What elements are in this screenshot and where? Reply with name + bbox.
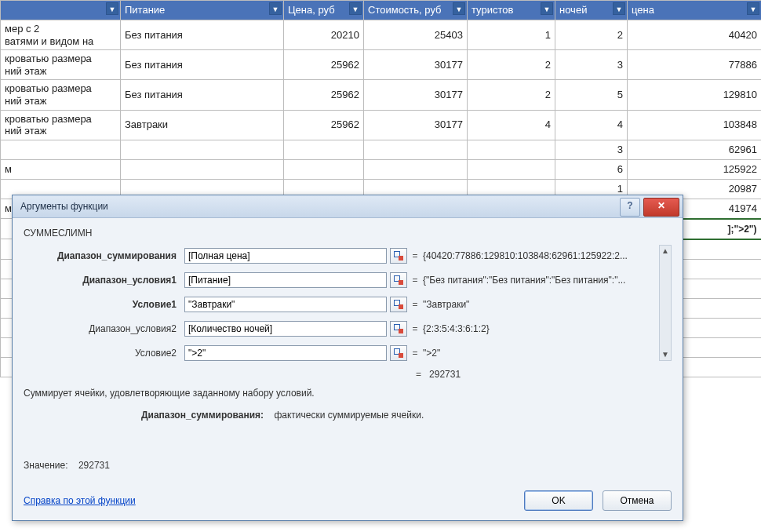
arg-label: Диапазон_суммирования	[24, 250, 184, 261]
range-select-button[interactable]	[390, 321, 407, 337]
cell[interactable]	[364, 140, 468, 159]
arg-result: {"Без питания":"Без питания":"Без питани…	[423, 275, 672, 286]
cell[interactable]: 40420	[628, 20, 762, 50]
cell[interactable]	[1, 140, 121, 159]
close-button[interactable]: ✕	[643, 198, 679, 217]
cell[interactable]: Завтраки	[121, 110, 284, 140]
cell[interactable]: 25962	[284, 50, 364, 80]
arg-input[interactable]	[184, 272, 387, 288]
cell[interactable]: 20210	[284, 20, 364, 50]
filter-dropdown-icon[interactable]: ▼	[349, 2, 362, 15]
range-select-icon	[394, 300, 403, 309]
range-select-button[interactable]	[390, 345, 407, 361]
cell[interactable]: 62961	[628, 140, 762, 159]
arg-row: Диапазон_суммирования={40420:77886:12981…	[24, 245, 672, 267]
filter-dropdown-icon[interactable]: ▼	[747, 2, 759, 15]
cell[interactable]: 30177	[364, 80, 468, 110]
arg-result: ">2"	[423, 348, 672, 359]
cell[interactable]: мер с 2ватями и видом на	[1, 20, 121, 50]
dialog-titlebar[interactable]: Аргументы функции ? ✕	[13, 195, 683, 218]
table-row[interactable]: кроватью размераний этажБез питания25962…	[1, 50, 762, 80]
range-select-icon	[394, 275, 403, 285]
header-col0[interactable]: ▼	[1, 1, 121, 20]
cell[interactable]: 77886	[628, 50, 762, 80]
header-label: ночей	[559, 4, 587, 16]
arg-row: Диапазон_условия2={2:3:5:4:3:6:1:2}	[24, 318, 672, 340]
cell[interactable]	[468, 140, 555, 159]
filter-dropdown-icon[interactable]: ▼	[269, 2, 282, 15]
arg-result: {40420:77886:129810:103848:62961:125922:…	[423, 250, 672, 261]
header-row: ▼ Питание▼ Цена, руб▼ Стоимость, руб▼ ту…	[1, 1, 762, 20]
cell[interactable]: 4	[468, 110, 555, 140]
scroll-up-icon[interactable]: ▲	[661, 246, 669, 257]
cell[interactable]	[121, 159, 284, 179]
cell[interactable]: 1	[468, 20, 555, 50]
cancel-button[interactable]: Отмена	[603, 490, 672, 511]
args-scrollbar[interactable]: ▲ ▼	[659, 245, 672, 361]
table-row[interactable]: 362961	[1, 140, 762, 159]
cell[interactable]: 25962	[284, 80, 364, 110]
value-result: 292731	[78, 460, 110, 471]
cell[interactable]: 4	[555, 110, 628, 140]
cell[interactable]: 5	[555, 80, 628, 110]
header-col5[interactable]: ночей▼	[555, 1, 628, 20]
cell[interactable]	[284, 159, 364, 179]
cell[interactable]: 2	[555, 20, 628, 50]
filter-dropdown-icon[interactable]: ▼	[613, 2, 625, 15]
filter-dropdown-icon[interactable]: ▼	[541, 2, 553, 15]
cell[interactable]: 103848	[628, 110, 762, 140]
cell[interactable]: 125922	[628, 159, 762, 179]
cell[interactable]: 3	[555, 140, 628, 159]
filter-dropdown-icon[interactable]: ▼	[453, 2, 465, 15]
cell[interactable]: Без питания	[121, 20, 284, 50]
arg-input[interactable]	[184, 321, 387, 337]
cell[interactable]: Без питания	[121, 80, 284, 110]
cell[interactable]: Без питания	[121, 50, 284, 80]
table-row[interactable]: м6125922	[1, 159, 762, 179]
table-row[interactable]: мер с 2ватями и видом наБез питания20210…	[1, 20, 762, 50]
cell[interactable]: кроватью размераний этаж	[1, 80, 121, 110]
range-select-button[interactable]	[390, 297, 407, 312]
arg-result: {2:3:5:4:3:6:1:2}	[423, 323, 672, 334]
cell[interactable]: 129810	[628, 80, 762, 110]
cell[interactable]	[284, 140, 364, 159]
help-button[interactable]: ?	[620, 198, 640, 217]
header-label: Питание	[125, 4, 165, 16]
table-row[interactable]: кроватью размераний этажЗавтраки25962301…	[1, 110, 762, 140]
arg-row: Условие2=">2"	[24, 342, 672, 364]
cell[interactable]	[364, 159, 468, 179]
arg-input[interactable]	[184, 248, 387, 264]
cell[interactable]: 30177	[364, 110, 468, 140]
cell[interactable]: 25403	[364, 20, 468, 50]
cell[interactable]: 25962	[284, 110, 364, 140]
arg-eq: =	[407, 250, 423, 261]
cell[interactable]: кроватью размераний этаж	[1, 50, 121, 80]
filter-dropdown-icon[interactable]: ▼	[106, 2, 118, 15]
arg-row: Диапазон_условия1={"Без питания":"Без пи…	[24, 269, 672, 291]
cell[interactable]	[468, 159, 555, 179]
cell[interactable]: кроватью размераний этаж	[1, 110, 121, 140]
cell[interactable]: 2	[468, 80, 555, 110]
arg-label: Диапазон_условия2	[24, 323, 184, 334]
table-row[interactable]: кроватью размераний этажБез питания25962…	[1, 80, 762, 110]
help-link[interactable]: Справка по этой функции	[24, 495, 136, 506]
cell[interactable]: м	[1, 159, 121, 179]
range-select-button[interactable]	[390, 248, 407, 264]
header-col6[interactable]: цена▼	[628, 1, 762, 20]
header-col3[interactable]: Стоимость, руб▼	[364, 1, 468, 20]
cell[interactable]	[121, 140, 284, 159]
cell[interactable]: 6	[555, 159, 628, 179]
arg-input[interactable]	[184, 345, 387, 361]
header-col4[interactable]: туристов▼	[468, 1, 555, 20]
result-value: 292731	[429, 369, 461, 380]
header-col1[interactable]: Питание▼	[121, 1, 284, 20]
cell[interactable]: 30177	[364, 50, 468, 80]
ok-button[interactable]: OK	[524, 490, 593, 511]
arg-eq: =	[407, 348, 423, 359]
scroll-down-icon[interactable]: ▼	[661, 349, 669, 360]
arg-input[interactable]	[184, 297, 387, 312]
cell[interactable]: 3	[555, 50, 628, 80]
cell[interactable]: 2	[468, 50, 555, 80]
range-select-button[interactable]	[390, 272, 407, 288]
header-col2[interactable]: Цена, руб▼	[284, 1, 364, 20]
